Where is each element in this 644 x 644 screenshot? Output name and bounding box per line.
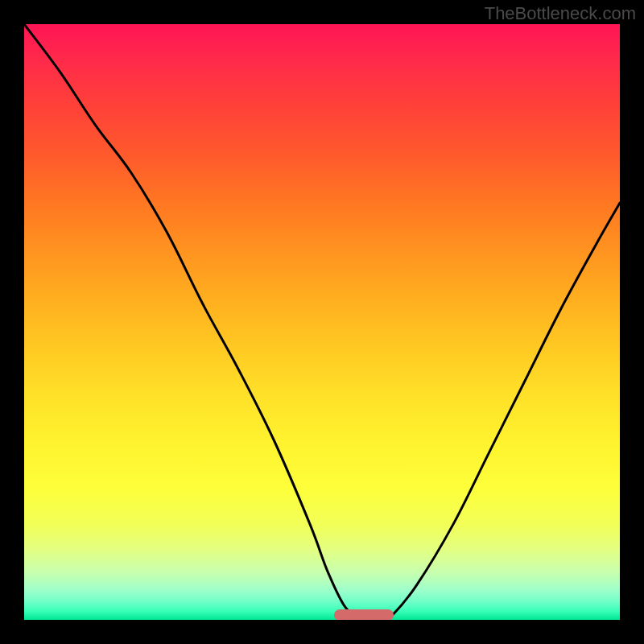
bottleneck-curve	[24, 24, 620, 620]
optimal-range-marker	[334, 609, 394, 620]
plot-area	[24, 24, 620, 620]
chart-svg	[24, 24, 620, 620]
attribution-label: TheBottleneck.com	[485, 3, 636, 24]
